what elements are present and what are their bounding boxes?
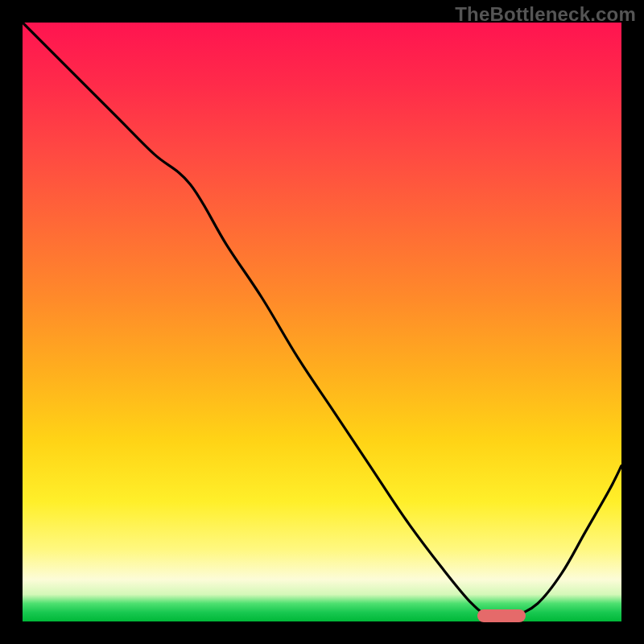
optimal-marker bbox=[477, 609, 526, 622]
bottleneck-curve bbox=[23, 23, 621, 621]
plot-frame bbox=[23, 23, 621, 621]
watermark-text: TheBottleneck.com bbox=[455, 3, 636, 26]
